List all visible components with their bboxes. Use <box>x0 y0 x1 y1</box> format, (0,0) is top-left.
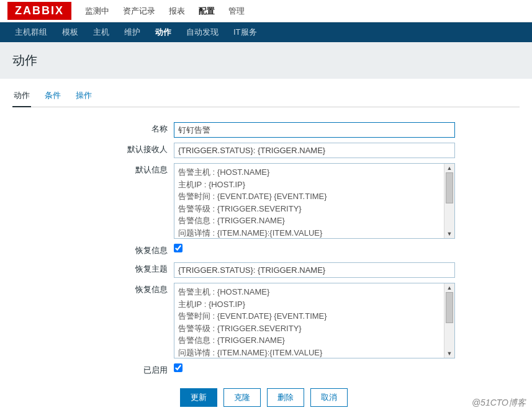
top-menu-item[interactable]: 监测中 <box>84 1 110 22</box>
recovery-message-label: 恢复信息 <box>12 280 174 361</box>
top-menu-item[interactable]: 资产记录 <box>122 1 156 22</box>
default-recipient-label: 默认接收人 <box>12 140 174 161</box>
default-message-textarea[interactable] <box>174 164 444 238</box>
scroll-down-icon[interactable]: ▼ <box>447 349 453 358</box>
page-title: 动作 <box>12 52 520 69</box>
top-menu-item[interactable]: 配置 <box>197 1 216 22</box>
scrollbar[interactable]: ▲ ▼ <box>444 283 454 358</box>
tab[interactable]: 条件 <box>43 85 62 107</box>
sub-menu-item[interactable]: 自动发现 <box>179 22 226 43</box>
top-menu-item[interactable]: 管理 <box>227 1 246 22</box>
name-label: 名称 <box>12 120 174 140</box>
scroll-thumb[interactable] <box>446 172 453 203</box>
default-message-label: 默认信息 <box>12 161 174 241</box>
recovery-enabled-checkbox[interactable] <box>174 244 183 252</box>
button-row: 更新 克隆 删除 取消 <box>12 388 520 407</box>
sub-menu-item[interactable]: 模板 <box>55 22 86 43</box>
scroll-thumb[interactable] <box>446 292 453 323</box>
cancel-button[interactable]: 取消 <box>310 388 348 407</box>
update-button[interactable]: 更新 <box>180 388 217 407</box>
recovery-message-textarea[interactable] <box>174 283 444 358</box>
tab[interactable]: 动作 <box>12 85 31 107</box>
top-menu: 监测中资产记录报表配置管理 <box>84 1 246 22</box>
watermark: @51CTO博客 <box>472 398 526 409</box>
scrollbar[interactable]: ▲ ▼ <box>444 164 454 238</box>
tab[interactable]: 操作 <box>74 85 93 107</box>
logo: ZABBIX <box>7 2 71 20</box>
content: 动作条件操作 名称 默认接收人 默认信息 ▲ ▼ <box>0 79 532 418</box>
top-bar: ZABBIX 监测中资产记录报表配置管理 <box>0 0 532 22</box>
sub-menu-item[interactable]: 主机群组 <box>7 22 55 43</box>
page-header: 动作 <box>0 42 532 79</box>
recovery-subject-label: 恢复主题 <box>12 260 174 280</box>
scroll-up-icon[interactable]: ▲ <box>447 283 453 292</box>
enabled-checkbox[interactable] <box>174 363 183 372</box>
sub-menu: 主机群组模板主机维护动作自动发现IT服务 <box>7 22 264 43</box>
sub-menu-item[interactable]: 动作 <box>148 22 179 43</box>
sub-bar: 主机群组模板主机维护动作自动发现IT服务 <box>0 22 532 42</box>
clone-button[interactable]: 克隆 <box>223 388 261 407</box>
delete-button[interactable]: 删除 <box>267 388 304 407</box>
action-form: 名称 默认接收人 默认信息 ▲ ▼ <box>12 120 455 380</box>
enabled-label: 已启用 <box>12 361 174 380</box>
tabs: 动作条件操作 <box>12 79 520 107</box>
sub-menu-item[interactable]: IT服务 <box>226 22 264 43</box>
recovery-enabled-label: 恢复信息 <box>12 241 174 260</box>
scroll-up-icon[interactable]: ▲ <box>447 164 453 172</box>
scroll-down-icon[interactable]: ▼ <box>447 229 453 238</box>
default-recipient-input[interactable] <box>174 143 455 158</box>
name-input[interactable] <box>174 122 455 138</box>
recovery-subject-input[interactable] <box>174 262 455 278</box>
sub-menu-item[interactable]: 主机 <box>86 22 117 43</box>
top-menu-item[interactable]: 报表 <box>168 1 186 22</box>
sub-menu-item[interactable]: 维护 <box>117 22 148 43</box>
